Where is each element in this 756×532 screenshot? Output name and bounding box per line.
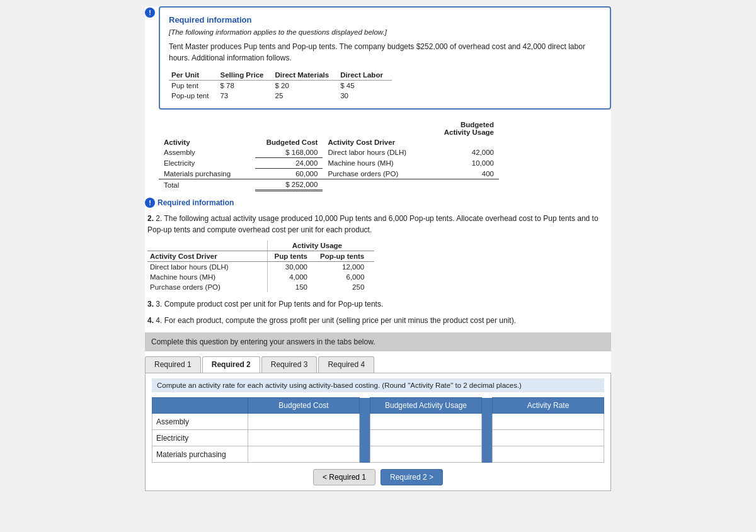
cell: $ 45 <box>338 81 392 91</box>
answer-table: Budgeted Cost Budgeted Activity Usage Ac… <box>152 397 604 463</box>
cell-cost: 60,000 <box>255 169 323 179</box>
materials-budgeted-input[interactable] <box>252 450 355 459</box>
act-col-driver <box>323 120 433 137</box>
tab-required-2[interactable]: Required 2 <box>202 356 260 373</box>
table-row: Direct labor hours (DLH) 30,000 12,000 <box>147 262 374 273</box>
tab-instruction: Compute an activity rate for each activi… <box>152 378 604 392</box>
input-assembly-rate[interactable] <box>492 414 604 430</box>
act-header-driver: Activity Cost Driver <box>323 137 433 147</box>
problem-2-text: 2. 2. The following actual activity usag… <box>147 213 611 235</box>
assembly-usage-input[interactable] <box>374 417 478 426</box>
usage-col-driver <box>147 241 267 251</box>
cell-driver: Machine hours (MH) <box>323 158 433 169</box>
assembly-budgeted-input[interactable] <box>252 417 355 426</box>
nav-buttons: < Required 1 Required 2 > <box>152 469 604 485</box>
cell-activity: Materials purchasing <box>159 169 255 179</box>
electricity-usage-input[interactable] <box>374 434 478 443</box>
cell: 150 <box>267 282 318 292</box>
divider-cell <box>360 414 370 430</box>
next-button[interactable]: Required 2 > <box>381 469 443 485</box>
table-row: Assembly $ 168,000 Direct labor hours (D… <box>159 147 499 158</box>
table-row: Assembly <box>152 414 604 430</box>
req-info-2-row: ! Required information <box>145 198 611 208</box>
input-assembly-budgeted[interactable] <box>248 414 360 430</box>
table-row: Purchase orders (PO) 150 250 <box>147 282 374 292</box>
input-materials-budgeted[interactable] <box>248 446 360 463</box>
cell-activity: Assembly <box>159 147 255 158</box>
table-row: Materials purchasing 60,000 Purchase ord… <box>159 169 499 179</box>
cell: Direct labor hours (DLH) <box>147 262 267 273</box>
act-header-usage <box>433 137 499 147</box>
electricity-budgeted-input[interactable] <box>252 434 355 443</box>
req-info-label-2: Required information <box>158 198 234 207</box>
tab-required-1[interactable]: Required 1 <box>145 356 201 373</box>
main-container: ! Required information [The following in… <box>145 6 611 491</box>
ans-col-activity-usage: Budgeted Activity Usage <box>370 398 482 414</box>
assembly-rate-input[interactable] <box>496 417 600 426</box>
activity-usage-section: Activity Usage Activity Cost Driver Pup … <box>147 241 611 292</box>
cell-activity: Electricity <box>159 158 255 169</box>
cell: $ 78 <box>217 81 272 91</box>
input-electricity-usage[interactable] <box>370 430 482 446</box>
cell: 73 <box>217 91 272 101</box>
materials-rate-input[interactable] <box>496 450 600 459</box>
cell: Pup tent <box>169 81 217 91</box>
cell-driver: Purchase orders (PO) <box>323 169 433 179</box>
cell: Purchase orders (PO) <box>147 282 267 292</box>
prev-button[interactable]: < Required 1 <box>313 469 375 485</box>
tab-content-area: Compute an activity rate for each activi… <box>145 373 611 491</box>
table-row: Materials purchasing <box>152 446 604 463</box>
cell-empty <box>433 179 499 191</box>
tabs-row: Required 1 Required 2 Required 3 Require… <box>145 356 611 373</box>
act-col-activity <box>159 120 255 137</box>
exclamation-icon-2: ! <box>145 198 155 208</box>
problem-3-text: 3. 3. Compute product cost per unit for … <box>147 298 611 310</box>
total-value: $ 252,000 <box>255 179 323 191</box>
ans-col-rate: Activity Rate <box>492 398 604 414</box>
cell-cost: $ 168,000 <box>255 147 323 158</box>
col-per-unit: Per Unit <box>169 70 217 81</box>
table-row: Electricity <box>152 430 604 446</box>
divider-cell2 <box>481 446 492 463</box>
row-label-materials: Materials purchasing <box>152 446 248 463</box>
activity-section: Budgeted Activity Usage Activity Budgete… <box>159 120 611 191</box>
divider-cell2 <box>481 430 492 446</box>
problem-4-text: 4. 4. For each product, compute the gros… <box>147 315 611 326</box>
tab-required-4[interactable]: Required 4 <box>318 356 374 373</box>
cell-empty <box>323 179 433 191</box>
activity-table: Budgeted Activity Usage Activity Budgete… <box>159 120 499 191</box>
input-materials-usage[interactable] <box>370 446 482 463</box>
input-electricity-rate[interactable] <box>492 430 604 446</box>
divider-cell2 <box>481 414 492 430</box>
table-row: Pup tent $ 78 $ 20 $ 45 <box>169 81 392 91</box>
info-section-wrapper: ! Required information [The following in… <box>145 6 611 110</box>
electricity-rate-input[interactable] <box>496 434 600 443</box>
ans-col-empty <box>152 398 248 414</box>
input-assembly-usage[interactable] <box>370 414 482 430</box>
cell-usage: 42,000 <box>433 147 499 158</box>
materials-usage-input[interactable] <box>374 450 478 459</box>
cell-driver: Direct labor hours (DLH) <box>323 147 433 158</box>
cell: 6,000 <box>318 272 374 282</box>
input-materials-rate[interactable] <box>492 446 604 463</box>
divider-cell <box>360 446 370 463</box>
table-row: Pop-up tent 73 25 30 <box>169 91 392 101</box>
ans-col-budgeted: Budgeted Cost <box>248 398 360 414</box>
complete-instruction: Complete this question by entering your … <box>145 332 611 351</box>
row-label-electricity: Electricity <box>152 430 248 446</box>
required-information-box: Required information [The following info… <box>159 6 611 110</box>
col-selling-price: Selling Price <box>217 70 272 81</box>
cell: 30,000 <box>267 262 318 273</box>
cell: 250 <box>318 282 374 292</box>
ans-col-divider <box>360 398 370 414</box>
usage-sub-popup: Pop-up tents <box>318 251 374 262</box>
usage-sub-driver: Activity Cost Driver <box>147 251 267 262</box>
tab-required-3[interactable]: Required 3 <box>261 356 318 373</box>
cell-cost: 24,000 <box>255 158 323 169</box>
input-electricity-budgeted[interactable] <box>248 430 360 446</box>
total-label: Total <box>159 179 255 191</box>
info-box-title: Required information <box>169 15 601 25</box>
act-header-activity: Activity <box>159 137 255 147</box>
col-direct-materials: Direct Materials <box>273 70 338 81</box>
col-direct-labor: Direct Labor <box>338 70 392 81</box>
